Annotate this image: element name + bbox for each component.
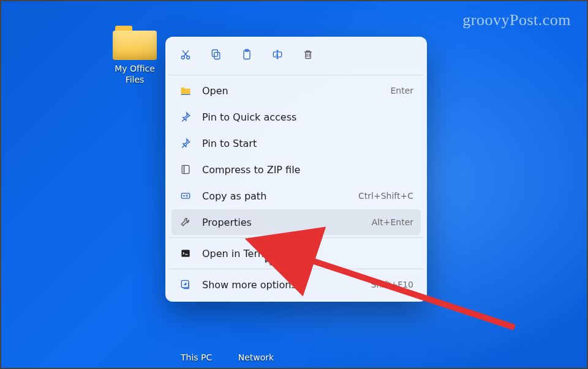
menu-item-shortcut: Enter: [390, 86, 413, 95]
pin-icon: [178, 137, 194, 149]
paste-button[interactable]: [234, 44, 260, 67]
menu-item-pin-quick-access[interactable]: Pin to Quick access: [172, 104, 421, 130]
menu-item-label: Open: [202, 85, 390, 97]
svg-rect-2: [214, 53, 220, 59]
menu-item-show-more-options[interactable]: Show more options Shift+F10: [172, 272, 421, 297]
desktop-label-network[interactable]: Network: [238, 352, 274, 362]
delete-button[interactable]: [295, 44, 321, 67]
context-menu-toprow: A: [169, 42, 423, 72]
menu-item-compress-zip[interactable]: Compress to ZIP file: [172, 157, 421, 182]
svg-rect-9: [182, 165, 189, 173]
svg-rect-3: [212, 50, 217, 57]
mouse-cursor: [265, 251, 276, 266]
wrench-icon: [178, 216, 194, 228]
folder-icon: [113, 26, 157, 60]
menu-item-label: Compress to ZIP file: [202, 164, 413, 176]
paste-icon: [241, 48, 253, 63]
more-icon: [178, 278, 194, 291]
rename-button[interactable]: A: [265, 44, 290, 67]
desktop-label-this-pc[interactable]: This PC: [181, 352, 212, 362]
delete-icon: [302, 48, 314, 63]
zip-icon: [178, 163, 194, 176]
svg-rect-11: [181, 250, 189, 257]
menu-item-label: Pin to Start: [202, 138, 413, 149]
cut-button[interactable]: [173, 44, 198, 67]
svg-rect-10: [181, 193, 189, 198]
cut-icon: [179, 48, 192, 63]
menu-item-copy-as-path[interactable]: Copy as path Ctrl+Shift+C: [172, 183, 421, 209]
pin-icon: [178, 111, 194, 123]
svg-text:A: A: [276, 53, 279, 58]
menu-item-label: Pin to Quick access: [202, 111, 413, 123]
rename-icon: A: [271, 48, 284, 63]
copy-button[interactable]: [203, 44, 229, 67]
context-menu: A Open Enter: [165, 37, 427, 302]
path-icon: [178, 190, 194, 202]
menu-item-label: Properties: [202, 217, 372, 228]
watermark: groovyPost.com: [462, 11, 571, 29]
menu-item-label: Copy as path: [202, 190, 358, 202]
separator: [169, 75, 423, 75]
terminal-icon: [178, 247, 194, 259]
copy-icon: [210, 48, 222, 63]
desktop-folder[interactable]: My Office Files: [98, 26, 172, 85]
menu-item-label: Show more options: [202, 279, 371, 291]
desktop-folder-label: My Office Files: [98, 64, 172, 85]
desktop-under-labels: This PC Network: [181, 352, 297, 362]
svg-rect-8: [306, 52, 311, 59]
menu-item-shortcut: Ctrl+Shift+C: [358, 191, 413, 201]
menu-item-open-terminal[interactable]: Open in Terminal: [172, 240, 421, 266]
menu-item-shortcut: Alt+Enter: [372, 217, 413, 227]
separator: [169, 269, 423, 269]
menu-item-open[interactable]: Open Enter: [172, 78, 421, 103]
folder-open-icon: [178, 84, 194, 97]
menu-item-pin-start[interactable]: Pin to Start: [172, 130, 421, 156]
svg-point-1: [187, 56, 190, 59]
menu-item-shortcut: Shift+F10: [371, 280, 413, 289]
separator: [169, 237, 423, 238]
menu-item-properties[interactable]: Properties Alt+Enter: [172, 209, 421, 235]
menu-item-label: Open in Terminal: [202, 248, 413, 259]
svg-point-0: [181, 56, 184, 59]
